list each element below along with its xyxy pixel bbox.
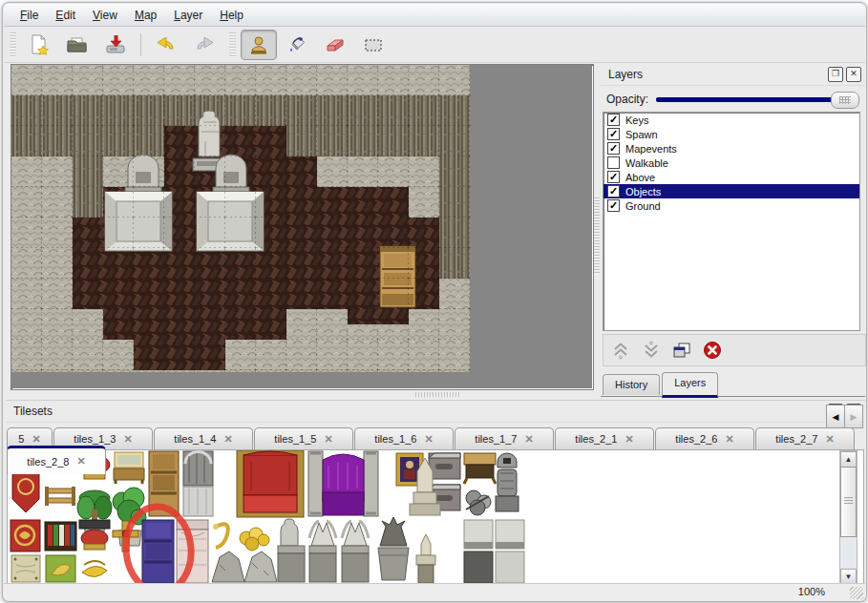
close-tab-icon[interactable]: ✕ — [524, 433, 533, 446]
close-tab-icon[interactable]: ✕ — [324, 433, 332, 446]
opacity-slider-thumb[interactable] — [831, 92, 859, 109]
layer-row-objects[interactable]: ✓Objects — [603, 184, 859, 198]
tile-dresser-mirror[interactable] — [114, 452, 144, 484]
horizontal-splitter-grip[interactable] — [415, 392, 461, 397]
tileset-tab-tiles_1_6[interactable]: tiles_1_6✕ — [354, 427, 454, 449]
select-tool-button[interactable] — [355, 30, 392, 60]
menu-layer[interactable]: Layer — [165, 6, 211, 25]
new-file-button[interactable] — [21, 30, 57, 60]
tile-flag-green[interactable] — [46, 555, 75, 582]
open-file-button[interactable] — [59, 30, 95, 60]
redo-button[interactable] — [186, 30, 222, 60]
close-tab-icon[interactable]: ✕ — [223, 433, 232, 446]
tile-throne-red[interactable] — [237, 450, 304, 517]
tileset-tab-tiles_1_5[interactable]: tiles_1_5✕ — [254, 427, 353, 449]
dock-tab-layers[interactable]: Layers — [662, 372, 718, 398]
toolbar-separator — [140, 33, 141, 56]
tileset-tab-tiles_2_7[interactable]: tiles_2_7✕ — [755, 427, 855, 449]
tabs-scroll-left-button[interactable]: ◀ — [826, 405, 845, 428]
close-tab-icon[interactable]: ✕ — [76, 455, 85, 468]
menu-edit[interactable]: Edit — [47, 6, 84, 25]
horizontal-splitter[interactable] — [11, 390, 592, 399]
delete-layer-button[interactable] — [701, 339, 724, 362]
layer-visibility-checkbox[interactable]: ✓ — [607, 199, 620, 212]
menu-file[interactable]: File — [11, 6, 47, 25]
toolbar-grip[interactable] — [10, 32, 16, 57]
tileset-content[interactable]: ▲ ▼ — [7, 449, 864, 587]
tileset-tab-tiles_2_8[interactable]: tiles_2_8✕ — [7, 446, 106, 474]
tileset-tab-tiles_1_7[interactable]: tiles_1_7✕ — [455, 427, 554, 449]
save-button[interactable] — [97, 30, 134, 60]
dock-tab-history[interactable]: History — [603, 374, 660, 395]
tile-hook-gold[interactable] — [213, 524, 228, 548]
tabs-scroll-right-button[interactable]: ▶ — [844, 405, 863, 428]
close-tab-icon[interactable]: ✕ — [32, 433, 40, 446]
tile-gate-gray[interactable] — [183, 451, 213, 516]
layer-row-ground[interactable]: ✓Ground — [603, 198, 859, 213]
tile-flag-emblem[interactable] — [11, 520, 40, 551]
scrollbar-thumb[interactable] — [840, 467, 857, 537]
layer-row-walkable[interactable]: Walkable — [603, 156, 859, 170]
menu-map[interactable]: Map — [126, 6, 165, 25]
move-layer-up-button[interactable] — [609, 339, 632, 362]
tileset-tab-label: tiles_2_1 — [575, 433, 617, 445]
tileset-tab-tiles_2_6[interactable]: tiles_2_6✕ — [655, 427, 754, 449]
close-tab-icon[interactable]: ✕ — [725, 433, 733, 446]
layer-visibility-checkbox[interactable]: ✓ — [607, 114, 620, 126]
layer-row-spawn[interactable]: ✓Spawn — [603, 127, 859, 141]
resize-grip[interactable] — [850, 587, 863, 599]
tileset-scrollbar[interactable]: ▲ ▼ — [839, 450, 857, 586]
tile-rocks[interactable] — [212, 551, 277, 582]
fill-tool-button[interactable] — [279, 30, 315, 60]
tile-door-purple[interactable] — [142, 520, 174, 583]
layer-visibility-checkbox[interactable] — [607, 156, 620, 169]
close-tab-icon[interactable]: ✕ — [424, 433, 433, 446]
tile-statue-angel-left[interactable] — [309, 521, 336, 582]
tile-knight-armor[interactable] — [496, 453, 519, 511]
close-panel-button[interactable]: ✕ — [846, 67, 861, 82]
duplicate-layer-button[interactable] — [670, 339, 693, 362]
layer-row-keys[interactable]: ✓Keys — [603, 113, 859, 127]
tile-gold-pile[interactable] — [240, 528, 269, 551]
map-canvas[interactable] — [11, 64, 594, 390]
scroll-up-button[interactable]: ▲ — [840, 451, 857, 468]
toolbar-grip-2[interactable] — [229, 32, 236, 57]
layer-visibility-checkbox[interactable]: ✓ — [607, 185, 620, 198]
open-folder-icon — [66, 33, 89, 56]
opacity-slider[interactable] — [656, 91, 859, 108]
tileset-tab-label: tiles_1_3 — [74, 433, 116, 445]
tileset-tabs: 5✕tiles_1_3✕tiles_1_4✕tiles_1_5✕tiles_1_… — [7, 424, 864, 449]
menu-view[interactable]: View — [84, 6, 126, 25]
layer-row-above[interactable]: ✓Above — [603, 170, 859, 184]
tileset-tab-tiles_1_4[interactable]: tiles_1_4✕ — [154, 427, 253, 449]
layer-visibility-checkbox[interactable]: ✓ — [607, 142, 620, 155]
layer-row-mapevents[interactable]: ✓Mapevents — [603, 141, 859, 156]
tile-statue-angel-right[interactable] — [342, 521, 369, 582]
opacity-slider-track[interactable] — [656, 97, 859, 102]
tile-parchment[interactable] — [11, 555, 40, 582]
close-tab-icon[interactable]: ✕ — [123, 433, 132, 446]
vertical-splitter[interactable] — [594, 64, 600, 388]
tile-bookshelf[interactable] — [45, 522, 76, 551]
tileset-tab-tiles_2_1[interactable]: tiles_2_1✕ — [555, 427, 654, 449]
undo-button[interactable] — [148, 30, 184, 60]
tile-chest-wood[interactable] — [464, 453, 496, 484]
layer-visibility-checkbox[interactable]: ✓ — [607, 128, 620, 140]
stamp-tool-button[interactable] — [241, 30, 277, 60]
tile-gargoyle[interactable] — [378, 517, 409, 580]
tile-banana-pile[interactable] — [82, 561, 107, 577]
tile-statue-hooded[interactable] — [278, 519, 305, 582]
close-tab-icon[interactable]: ✕ — [625, 433, 633, 446]
vertical-splitter-grip[interactable] — [594, 198, 600, 274]
tile-throne-purple[interactable] — [308, 451, 378, 516]
tile-spool-red[interactable] — [79, 520, 110, 550]
menu-help[interactable]: Help — [211, 6, 252, 25]
move-layer-down-button[interactable] — [640, 339, 663, 362]
layer-visibility-checkbox[interactable]: ✓ — [607, 171, 620, 183]
close-tab-icon[interactable]: ✕ — [825, 433, 834, 446]
tile-armor-pile[interactable] — [466, 490, 491, 515]
dock-tabs: HistoryLayers — [601, 371, 865, 397]
eraser-tool-button[interactable] — [317, 30, 353, 60]
float-panel-button[interactable]: ❐ — [828, 67, 843, 82]
tile-stone-platform[interactable] — [464, 520, 524, 583]
